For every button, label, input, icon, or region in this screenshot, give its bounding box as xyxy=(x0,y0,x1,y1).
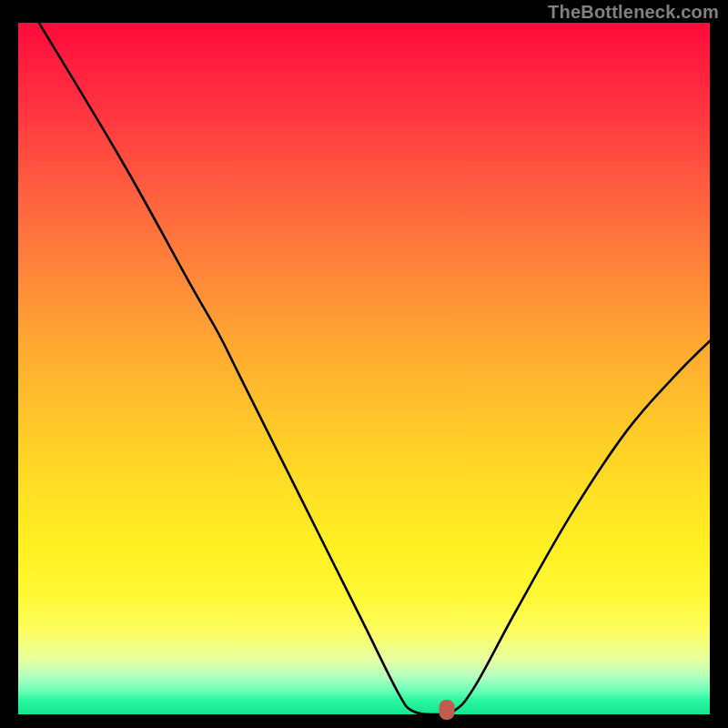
optimal-marker xyxy=(440,700,455,720)
watermark-text: TheBottleneck.com xyxy=(548,2,719,23)
plot-area xyxy=(18,23,710,714)
curve-svg xyxy=(18,23,710,714)
chart-container: TheBottleneck.com xyxy=(0,0,728,728)
bottleneck-curve xyxy=(39,23,710,714)
